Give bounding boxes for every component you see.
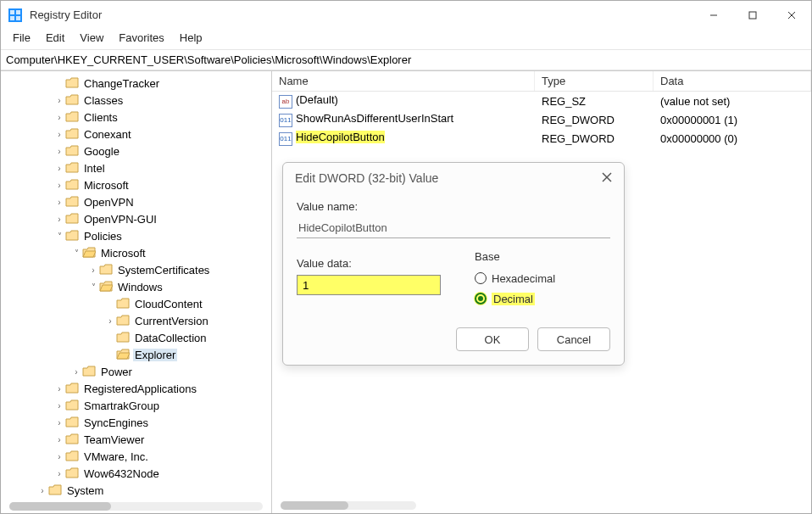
tree-item[interactable]: ›TeamViewer xyxy=(3,431,270,448)
chevron-right-icon[interactable]: › xyxy=(53,130,65,139)
menu-help[interactable]: Help xyxy=(173,30,209,46)
chevron-right-icon[interactable]: › xyxy=(53,384,65,394)
menu-file[interactable]: File xyxy=(6,30,37,46)
folder-icon xyxy=(116,315,130,327)
address-path: Computer\HKEY_CURRENT_USER\Software\Poli… xyxy=(6,53,411,66)
list-row[interactable]: ab(Default)REG_SZ(value not set) xyxy=(272,92,811,110)
tree-scrollbar[interactable] xyxy=(9,502,263,511)
minimize-button[interactable] xyxy=(694,1,733,30)
tree-item[interactable]: ›RegisteredApplications xyxy=(3,380,270,397)
chevron-right-icon[interactable]: › xyxy=(53,164,65,173)
chevron-down-icon[interactable]: ˅ xyxy=(53,232,65,241)
list-scrollbar-thumb[interactable] xyxy=(281,501,348,510)
list-row[interactable]: 011HideCopilotButtonREG_DWORD0x00000000 … xyxy=(272,129,811,148)
chevron-right-icon[interactable]: › xyxy=(53,215,65,224)
tree-item[interactable]: CloudContent xyxy=(3,295,270,312)
chevron-down-icon[interactable]: ˅ xyxy=(70,249,82,258)
tree-item[interactable]: ›CurrentVersion xyxy=(3,312,270,329)
radio-hex[interactable]: Hexadecimal xyxy=(475,268,555,288)
list-header: Name Type Data xyxy=(272,71,811,92)
chevron-right-icon[interactable]: › xyxy=(53,401,65,411)
list-body: ab(Default)REG_SZ(value not set)011ShowR… xyxy=(272,92,811,148)
tree-item[interactable]: ›Wow6432Node xyxy=(3,465,270,482)
menu-edit[interactable]: Edit xyxy=(39,30,71,46)
value-name-field: HideCopilotButton xyxy=(297,218,610,238)
cell-name: ab(Default) xyxy=(272,93,535,109)
list-scrollbar[interactable] xyxy=(281,501,416,510)
list-row[interactable]: 011ShowRunAsDifferentUserInStartREG_DWOR… xyxy=(272,110,811,129)
tree-item[interactable]: ›Microsoft xyxy=(3,176,270,193)
svg-rect-4 xyxy=(16,16,20,20)
maximize-button[interactable] xyxy=(733,1,772,30)
tree-item[interactable]: ›OpenVPN-GUI xyxy=(3,210,270,227)
radio-decimal[interactable]: Decimal xyxy=(475,288,555,309)
tree-item[interactable]: ›VMware, Inc. xyxy=(3,448,270,465)
folder-icon xyxy=(48,484,62,496)
chevron-right-icon[interactable]: › xyxy=(53,435,65,444)
tree-item[interactable]: ›Conexant xyxy=(3,126,270,142)
tree-item[interactable]: ›System xyxy=(3,482,270,499)
tree-item[interactable]: ˅Policies xyxy=(3,227,270,244)
column-type[interactable]: Type xyxy=(535,71,653,91)
menu-view[interactable]: View xyxy=(73,30,110,46)
column-name[interactable]: Name xyxy=(272,71,535,91)
tree-item[interactable]: ›SmartrakGroup xyxy=(3,397,270,414)
radio-hex-icon xyxy=(475,272,487,284)
tree-item[interactable]: ›OpenVPN xyxy=(3,193,270,210)
chevron-right-icon[interactable]: › xyxy=(53,181,65,190)
chevron-right-icon[interactable]: › xyxy=(53,96,65,105)
tree-item[interactable]: ˅Windows xyxy=(3,278,270,295)
folder-icon xyxy=(65,433,79,445)
chevron-right-icon[interactable]: › xyxy=(53,469,65,478)
folder-icon xyxy=(116,332,130,344)
folder-icon xyxy=(65,128,79,140)
close-button[interactable] xyxy=(772,1,811,30)
folder-icon xyxy=(65,145,79,157)
cancel-button[interactable]: Cancel xyxy=(537,327,610,351)
chevron-right-icon[interactable]: › xyxy=(87,265,99,275)
tree-item[interactable]: ›Intel xyxy=(3,159,270,176)
registry-editor-window: Registry Editor File Edit View Favorites… xyxy=(0,0,812,514)
tree-item-label: Microsoft xyxy=(82,179,131,192)
tree-item[interactable]: ChangeTracker xyxy=(3,75,270,92)
binary-value-icon: 011 xyxy=(279,114,292,127)
chevron-right-icon[interactable]: › xyxy=(53,452,65,461)
tree-pane[interactable]: ChangeTracker›Classes›Clients›Conexant›G… xyxy=(1,71,272,513)
tree-item[interactable]: ›Clients xyxy=(3,109,270,126)
dialog-close-button[interactable] xyxy=(602,171,612,185)
tree-item-label: Windows xyxy=(116,281,164,293)
chevron-right-icon[interactable]: › xyxy=(53,113,65,122)
chevron-right-icon[interactable]: › xyxy=(53,198,65,207)
chevron-down-icon[interactable]: ˅ xyxy=(87,282,99,292)
tree-item[interactable]: ˅Microsoft xyxy=(3,244,270,261)
tree-item[interactable]: ›SystemCertificates xyxy=(3,261,270,278)
tree-item[interactable]: Explorer xyxy=(3,346,270,363)
chevron-right-icon[interactable]: › xyxy=(53,147,65,156)
tree-scrollbar-thumb[interactable] xyxy=(9,502,111,511)
svg-rect-6 xyxy=(749,12,756,19)
tree-item[interactable]: ›Google xyxy=(3,142,270,159)
window-title: Registry Editor xyxy=(30,8,102,21)
tree-item-label: SystemCertificates xyxy=(116,264,211,277)
address-bar[interactable]: Computer\HKEY_CURRENT_USER\Software\Poli… xyxy=(1,49,811,70)
chevron-right-icon[interactable]: › xyxy=(104,316,116,326)
chevron-right-icon[interactable]: › xyxy=(70,367,82,377)
ok-button[interactable]: OK xyxy=(456,327,529,351)
value-data-input[interactable] xyxy=(297,275,441,295)
chevron-right-icon[interactable]: › xyxy=(36,486,48,495)
tree-item-label: Google xyxy=(82,145,121,158)
binary-value-icon: 011 xyxy=(279,132,292,146)
dialog-body: Value name: HideCopilotButton Value data… xyxy=(283,190,624,365)
tree-item-label: DataCollection xyxy=(133,332,209,344)
menu-favorites[interactable]: Favorites xyxy=(112,30,170,46)
tree-item[interactable]: ›Power xyxy=(3,363,270,380)
folder-icon xyxy=(65,94,79,106)
tree-item[interactable]: DataCollection xyxy=(3,329,270,346)
chevron-right-icon[interactable]: › xyxy=(53,418,65,427)
column-data[interactable]: Data xyxy=(653,71,811,91)
folder-icon xyxy=(99,281,113,293)
folder-icon xyxy=(65,179,79,191)
tree-item[interactable]: ›Classes xyxy=(3,92,270,109)
radio-decimal-icon xyxy=(475,293,487,304)
tree-item[interactable]: ›SyncEngines xyxy=(3,414,270,431)
